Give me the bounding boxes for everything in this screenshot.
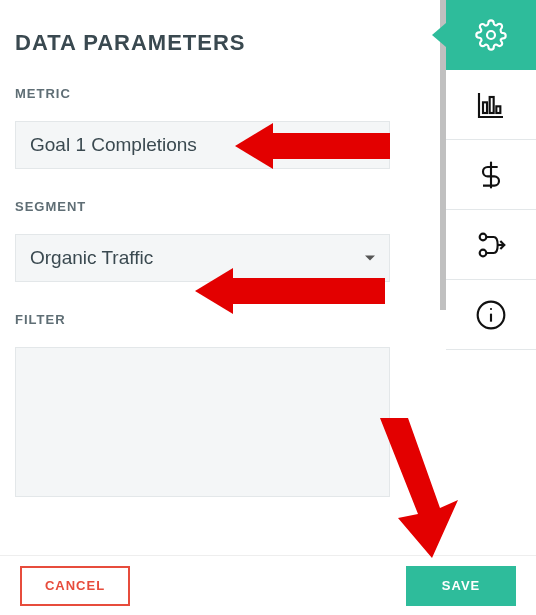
segment-label: SEGMENT	[15, 199, 425, 214]
info-icon	[475, 299, 507, 331]
bar-chart-icon	[475, 89, 507, 121]
form-panel: DATA PARAMETERS METRIC Goal 1 Completion…	[0, 0, 440, 555]
metric-select[interactable]: Goal 1 Completions	[15, 121, 390, 169]
footer: CANCEL SAVE	[0, 555, 536, 615]
svg-point-9	[490, 307, 492, 309]
metric-label: METRIC	[15, 86, 425, 101]
svg-rect-1	[483, 102, 487, 113]
sidebar-tab-dollar[interactable]	[446, 140, 536, 210]
sidebar-tab-info[interactable]	[446, 280, 536, 350]
save-button[interactable]: SAVE	[406, 566, 516, 606]
cancel-button[interactable]: CANCEL	[20, 566, 130, 606]
sidebar-tab-flow[interactable]	[446, 210, 536, 280]
sidebar-tab-chart[interactable]	[446, 70, 536, 140]
page-title: DATA PARAMETERS	[15, 30, 425, 56]
segment-value: Organic Traffic	[30, 247, 153, 269]
sidebar-tab-settings[interactable]	[446, 0, 536, 70]
filter-label: FILTER	[15, 312, 425, 327]
flow-icon	[475, 229, 507, 261]
svg-point-6	[480, 249, 487, 256]
svg-rect-3	[496, 106, 500, 113]
svg-point-0	[487, 31, 495, 39]
segment-select[interactable]: Organic Traffic	[15, 234, 390, 282]
dollar-icon	[475, 159, 507, 191]
filter-box[interactable]	[15, 347, 390, 497]
chevron-down-icon	[365, 143, 375, 148]
chevron-down-icon	[365, 256, 375, 261]
gear-icon	[475, 19, 507, 51]
metric-value: Goal 1 Completions	[30, 134, 197, 156]
svg-rect-2	[490, 97, 494, 113]
sidebar	[446, 0, 536, 555]
svg-point-5	[480, 233, 487, 240]
